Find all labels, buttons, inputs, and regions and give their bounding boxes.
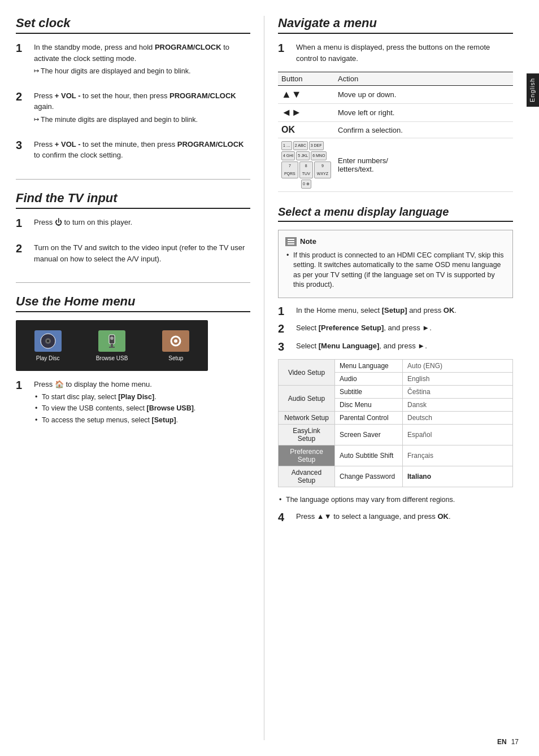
setup-auto-eng: Auto (ENG) <box>403 360 513 373</box>
navigate-title: Navigate a menu <box>278 16 513 34</box>
find-tv-step2: 2 Turn on the TV and switch to the video… <box>16 242 250 271</box>
find-tv-content1: Press ⏻ to turn on this player. <box>34 217 132 230</box>
bullet-setup: To access the setup menus, select [Setup… <box>34 416 195 426</box>
step-num-1: 1 <box>16 42 26 54</box>
lang-content4: Press ▲▼ to select a language, and press… <box>296 511 451 525</box>
step3-content: Press + VOL - to set the minute, then pr… <box>34 139 250 163</box>
find-tv-num-1: 1 <box>16 217 26 229</box>
note-icon-lines <box>288 239 294 244</box>
setup-subtitle: Subtitle <box>335 386 403 399</box>
setup-row-advanced: Advanced Setup Change Password Italiano <box>279 466 513 487</box>
setup-audio-item: Audio <box>335 373 403 386</box>
home-menu-num-1: 1 <box>16 379 26 391</box>
side-tab-label: English <box>529 78 536 102</box>
find-tv-step1: 1 Press ⏻ to turn on this player. <box>16 217 250 235</box>
nav-action-updown: Move up or down. <box>334 86 513 104</box>
nav-btn-leftright: ◄► <box>278 104 334 122</box>
note-header: Note <box>285 236 506 247</box>
setup-row-audio: Audio Setup Subtitle Čeština <box>279 386 513 399</box>
navigate-num-1: 1 <box>278 42 288 54</box>
nav-col-button: Button <box>278 72 334 86</box>
set-clock-step2: 2 Press + VOL - to set the hour, then pr… <box>16 90 250 131</box>
setup-video-label: Video Setup <box>279 360 335 386</box>
setup-english: English <box>403 373 513 386</box>
key-6: 6 MNO <box>311 151 327 160</box>
nav-btn-ok: OK <box>278 122 334 138</box>
note-text: If this product is connected to an HDMI … <box>285 251 506 290</box>
navigate-intro: When a menu is displayed, press the butt… <box>296 42 513 64</box>
step2-content: Press + VOL - to set the hour, then pres… <box>34 90 250 126</box>
home-menu-image: Play Disc Browse USB <box>16 320 208 371</box>
set-clock-section: Set clock 1 In the standby mode, press a… <box>16 16 250 168</box>
key-0: 0 ⊕ <box>301 180 311 189</box>
setup-preference-label: Preference Setup <box>279 445 335 466</box>
page: English Set clock 1 In the standby mode,… <box>0 0 539 756</box>
setup-table: Video Setup Menu Language Auto (ENG) Aud… <box>278 359 513 487</box>
lang-num-1: 1 <box>278 305 288 317</box>
step-num-3: 3 <box>16 139 26 151</box>
side-tab: English <box>527 73 539 107</box>
nav-action-keypad: Enter numbers/letters/text. <box>334 138 513 192</box>
setup-deutsch: Deutsch <box>403 412 513 425</box>
step1-sub: The hour digits are displayed and begin … <box>34 66 250 77</box>
set-clock-title: Set clock <box>16 16 250 34</box>
lang-step1: 1 In the Home menu, select [Setup] and p… <box>278 305 513 318</box>
nav-action-leftright: Move left or right. <box>334 104 513 122</box>
page-number: 17 <box>511 738 519 746</box>
navigate-content: When a menu is displayed, press the butt… <box>296 42 513 66</box>
setup-espanol: Español <box>403 425 513 445</box>
menu-item-play-disc: Play Disc <box>23 330 73 361</box>
find-tv-content2: Turn on the TV and switch to the video i… <box>34 242 250 266</box>
nav-btn-keypad: 1 … 2 ABC 3 DEF 4 GHI 5 JKL 6 MNO <box>278 138 334 192</box>
setup-cestina: Čeština <box>403 386 513 399</box>
setup-password: Change Password <box>335 466 403 487</box>
nav-row-updown: ▲▼ Move up or down. <box>278 86 513 104</box>
svg-rect-5 <box>109 347 115 348</box>
bullet-browse-usb: To view the USB contents, select [Browse… <box>34 404 195 414</box>
setup-icon <box>162 330 189 352</box>
en-label: EN <box>497 738 507 746</box>
key-9: 9 WXYZ <box>314 161 331 178</box>
lang-step4: 4 Press ▲▼ to select a language, and pre… <box>278 511 513 525</box>
divider-1 <box>16 179 250 180</box>
setup-menu-lang: Menu Language <box>335 360 403 373</box>
svg-point-8 <box>174 339 177 343</box>
home-menu-content: Press 🏠 to display the home menu. To sta… <box>34 379 195 427</box>
lang-num-4: 4 <box>278 511 288 523</box>
setup-advanced-label: Advanced Setup <box>279 466 335 487</box>
play-disc-label: Play Disc <box>36 355 60 361</box>
note-line-2 <box>288 241 294 242</box>
lang-footnote-list: The language options may vary from diffe… <box>278 495 513 505</box>
key-5: 5 JKL <box>296 151 310 160</box>
home-menu-section: Use the Home menu Play Disc <box>16 294 250 431</box>
lang-footnote: The language options may vary from diffe… <box>278 495 513 505</box>
setup-italiano: Italiano <box>403 466 513 487</box>
find-tv-num-2: 2 <box>16 242 26 255</box>
right-column: Navigate a menu 1 When a menu is display… <box>264 16 513 740</box>
setup-row-video: Video Setup Menu Language Auto (ENG) <box>279 360 513 373</box>
setup-network-label: Network Setup <box>279 412 335 425</box>
lang-footnote-area: The language options may vary from diffe… <box>278 495 513 505</box>
key-1: 1 … <box>281 141 292 150</box>
set-clock-step1: 1 In the standby mode, press and hold PR… <box>16 42 250 82</box>
setup-row-easylink: EasyLink Setup Screen Saver Español <box>279 425 513 445</box>
home-menu-title: Use the Home menu <box>16 294 250 312</box>
setup-row-network: Network Setup Parental Control Deutsch <box>279 412 513 425</box>
browse-usb-label: Browse USB <box>96 355 128 361</box>
lang-num-3: 3 <box>278 340 288 353</box>
nav-row-keypad: 1 … 2 ABC 3 DEF 4 GHI 5 JKL 6 MNO <box>278 138 513 192</box>
lang-step2: 2 Select [Preference Setup], and press ►… <box>278 322 513 336</box>
find-tv-section: Find the TV input 1 Press ⏻ to turn on t… <box>16 191 250 272</box>
note-content: If this product is connected to an HDMI … <box>285 251 506 290</box>
select-lang-title: Select a menu display language <box>278 206 513 222</box>
lang-step3: 3 Select [Menu Language], and press ►. <box>278 340 513 354</box>
step2-sub: The minute digits are displayed and begi… <box>34 115 250 125</box>
setup-disc-menu: Disc Menu <box>335 399 403 412</box>
nav-btn-updown: ▲▼ <box>278 86 334 104</box>
svg-point-6 <box>110 337 114 340</box>
navigate-step1: 1 When a menu is displayed, press the bu… <box>278 42 513 66</box>
lang-content2: Select [Preference Setup], and press ►. <box>296 322 432 336</box>
navigate-section: Navigate a menu 1 When a menu is display… <box>278 16 513 192</box>
key-2: 2 ABC <box>293 141 308 150</box>
svg-point-2 <box>47 340 49 342</box>
